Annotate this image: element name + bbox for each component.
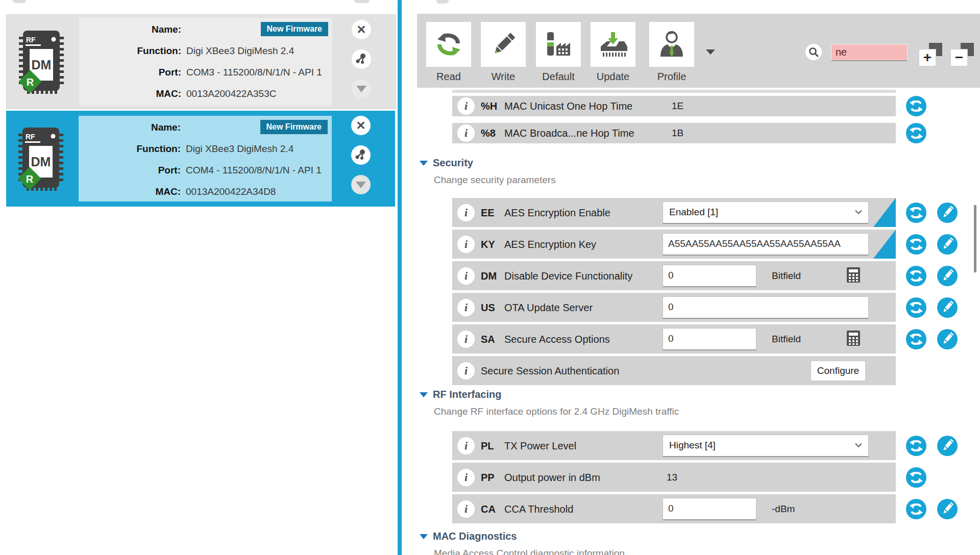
ee-dropdown[interactable]: Enabled [1]	[663, 201, 869, 224]
refresh-param-button[interactable]	[906, 234, 926, 255]
write-param-button[interactable]	[937, 203, 958, 223]
param-row-surface[interactable]: i Secure Session Authentication Configur…	[452, 356, 896, 385]
param-row-surface[interactable]: i SA Secure Access Options Bitfield	[452, 324, 896, 354]
at-command: DM	[481, 270, 497, 282]
collapse-triangle-icon	[420, 534, 428, 539]
info-icon[interactable]: i	[457, 331, 475, 348]
close-device-button[interactable]: ✕	[352, 20, 371, 39]
refresh-param-button[interactable]	[906, 499, 926, 519]
param-row-surface[interactable]: i KY AES Encryption Key	[452, 230, 896, 259]
param-row-surface[interactable]: i CA CCA Threshold -dBm	[452, 494, 896, 523]
chevron-down-icon	[855, 443, 862, 448]
scrollbar-thumb[interactable]	[974, 205, 976, 272]
bitfield-calculator-button[interactable]	[846, 330, 861, 348]
param-row-pl: i PL TX Power Level Highest [4]	[452, 431, 980, 460]
param-row-surface[interactable]: i DM Disable Device Functionality Bitfie…	[452, 261, 896, 290]
param-row-ca: i CA CCA Threshold -dBm	[452, 494, 980, 523]
top-fragment	[436, 0, 449, 4]
expand-device-button[interactable]	[351, 175, 371, 194]
section-title: Security	[433, 157, 473, 169]
default-label: Default	[536, 71, 581, 83]
bitfield-calculator-button[interactable]	[846, 267, 861, 285]
device-card-com4-selected[interactable]: RF DM R New Firmware Name: Function:Digi…	[6, 111, 395, 207]
info-icon[interactable]: i	[457, 469, 475, 486]
info-icon[interactable]: i	[457, 267, 475, 285]
refresh-param-button[interactable]	[906, 123, 926, 143]
refresh-param-button[interactable]	[906, 96, 926, 116]
info-icon[interactable]: i	[457, 299, 475, 316]
top-fragment	[354, 0, 370, 3]
param-row-surface[interactable]: i %H MAC Unicast One Hop Time 1E	[452, 96, 896, 116]
at-command: %8	[481, 128, 496, 139]
write-param-button[interactable]	[937, 234, 958, 255]
parameter-search-input[interactable]	[831, 44, 907, 60]
section-rf-header[interactable]: RF Interfacing	[420, 389, 679, 400]
refresh-param-button[interactable]	[906, 203, 926, 223]
configure-button[interactable]: Configure	[811, 361, 866, 381]
param-row-surface[interactable]: i US OTA Update Server	[452, 293, 896, 322]
write-param-button[interactable]	[937, 266, 958, 286]
expand-device-button[interactable]	[352, 79, 371, 98]
unit-label: Bitfield	[772, 270, 801, 282]
info-icon[interactable]: i	[457, 204, 475, 221]
info-icon[interactable]: i	[457, 236, 475, 253]
param-row-sa: i SA Secure Access Options Bitfield	[452, 324, 980, 354]
param-row-surface[interactable]: i EE AES Encryption Enable Enabled [1]	[452, 198, 896, 227]
info-icon[interactable]: i	[457, 437, 475, 455]
info-icon[interactable]: i	[457, 124, 475, 142]
refresh-param-button[interactable]	[906, 329, 926, 349]
parameter-search-box	[831, 44, 908, 61]
profile-dropdown-caret[interactable]	[706, 49, 715, 55]
refresh-param-button[interactable]	[906, 467, 926, 488]
dm-input[interactable]	[663, 265, 756, 286]
refresh-param-button[interactable]	[906, 436, 926, 456]
section-security-header[interactable]: Security	[420, 157, 556, 169]
profile-icon	[656, 29, 687, 60]
us-input[interactable]	[663, 297, 868, 318]
sa-input[interactable]	[663, 329, 756, 349]
device-info-panel: New Firmware Name: Function:Digi XBee3 D…	[79, 116, 332, 201]
close-device-button[interactable]: ✕	[351, 116, 371, 135]
info-icon[interactable]: i	[457, 500, 475, 518]
param-row-surface[interactable]: i %8 MAC Broadca...ne Hop Time 1B	[452, 123, 896, 143]
ca-input[interactable]	[663, 498, 756, 519]
ky-input[interactable]	[663, 234, 868, 255]
param-row-surface[interactable]: i PP Output power in dBm 13	[452, 463, 896, 492]
mac-label: MAC:	[84, 186, 181, 197]
dm-field	[663, 265, 756, 287]
chevron-down-icon	[356, 86, 366, 92]
param-name: AES Encryption Enable	[504, 207, 610, 218]
search-icon-button[interactable]	[805, 44, 822, 60]
write-param-button[interactable]	[937, 297, 958, 318]
refresh-param-button[interactable]	[906, 297, 926, 318]
default-button[interactable]	[536, 22, 581, 67]
device-card-com3[interactable]: RF DM R New Firmware Name: Function:Digi…	[6, 14, 396, 109]
at-command: SA	[481, 333, 495, 345]
profile-button[interactable]	[649, 22, 694, 67]
pl-dropdown[interactable]: Highest [4]	[663, 435, 869, 457]
svg-text:DM: DM	[32, 58, 52, 72]
expand-all-button[interactable]: +	[919, 43, 942, 66]
write-param-button[interactable]	[937, 329, 958, 349]
section-mac-header[interactable]: MAC Diagnostics	[420, 531, 625, 542]
refresh-param-button[interactable]	[906, 266, 926, 286]
param-name: Output power in dBm	[504, 471, 600, 483]
read-button[interactable]	[426, 22, 471, 67]
ky-field	[663, 233, 869, 256]
info-icon[interactable]: i	[457, 97, 475, 115]
param-row-secure-session: i Secure Session Authentication Configur…	[452, 356, 980, 385]
param-name: OTA Update Server	[504, 301, 593, 313]
partial-row-remnant	[452, 90, 896, 93]
network-discover-button[interactable]	[352, 49, 371, 69]
network-discover-button[interactable]	[351, 145, 371, 165]
write-param-button[interactable]	[937, 499, 958, 519]
param-row-unicast-hop-time: i %H MAC Unicast One Hop Time 1E	[452, 96, 980, 116]
param-row-ee: i EE AES Encryption Enable Enabled [1]	[452, 198, 980, 227]
write-button[interactable]	[481, 22, 526, 67]
write-param-button[interactable]	[937, 436, 958, 456]
param-row-surface[interactable]: i PL TX Power Level Highest [4]	[452, 431, 896, 460]
port-label: Port:	[84, 67, 181, 78]
info-icon[interactable]: i	[457, 362, 475, 380]
update-button[interactable]	[591, 22, 635, 67]
collapse-all-button[interactable]: −	[950, 43, 974, 66]
